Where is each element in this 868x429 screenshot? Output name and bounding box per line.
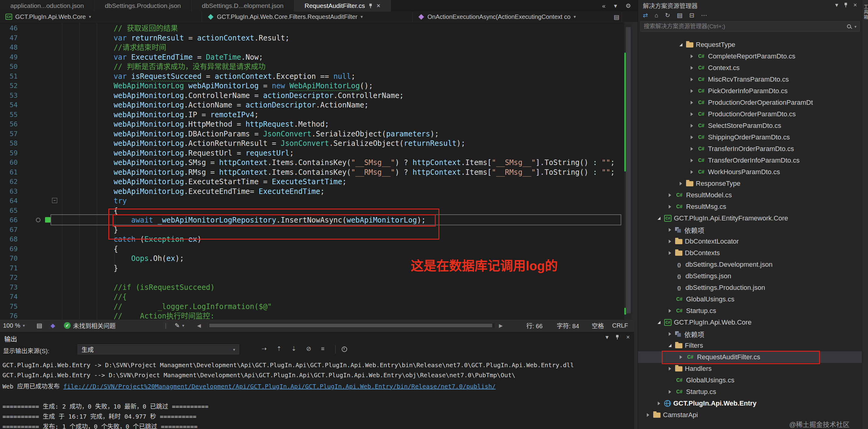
- expander-collapsed-icon[interactable]: [690, 100, 694, 105]
- document-tab[interactable]: dbSettings.Production.json: [95, 0, 192, 11]
- expander-collapsed-icon[interactable]: [668, 251, 673, 255]
- chevron-down-icon[interactable]: ▾: [606, 334, 609, 340]
- solution-search-input[interactable]: [641, 23, 847, 30]
- tree-item[interactable]: 依赖项: [638, 328, 862, 340]
- code-line[interactable]: 52WebApiMonitorLog webApiMonitorLog = ne…: [0, 81, 624, 91]
- code-line[interactable]: 75// _logger.LogInformation($@": [0, 302, 624, 312]
- expander-collapsed-icon[interactable]: [690, 158, 694, 163]
- code-line[interactable]: 57webApiMonitorLog.DBActionParams = Json…: [0, 129, 624, 139]
- fold-collapse-icon[interactable]: −: [52, 198, 57, 203]
- status-char-number[interactable]: 字符: 84: [557, 320, 579, 331]
- close-icon[interactable]: ×: [626, 334, 630, 340]
- expander-collapsed-icon[interactable]: [668, 193, 673, 198]
- status-spaces[interactable]: 空格: [592, 320, 604, 331]
- code-line[interactable]: 64try: [0, 196, 624, 206]
- tree-item[interactable]: C#GCT.PlugIn.Api.EntityFramework.Core: [638, 212, 862, 224]
- breadcrumb-type-dropdown[interactable]: GCT.PlugIn.Api.Web.Core.Filters.RequestA…: [202, 11, 412, 22]
- breadcrumb-member-dropdown[interactable]: OnActionExecutionAsync(ActionExecutingCo…: [412, 11, 622, 22]
- expander-expanded-icon[interactable]: [668, 343, 673, 348]
- more-options-icon[interactable]: ⋯: [701, 12, 707, 18]
- tree-item[interactable]: C#ProductionOrderOperationParamDt: [638, 97, 862, 108]
- code-line[interactable]: 61webApiMonitorLog.RMsg = httpContext.It…: [0, 168, 624, 177]
- history-clock-icon[interactable]: [341, 346, 347, 352]
- close-tab-icon[interactable]: ×: [376, 2, 380, 9]
- pin-icon[interactable]: [844, 2, 848, 8]
- expander-collapsed-icon[interactable]: [668, 366, 673, 371]
- document-tab[interactable]: RequestAuditFilter.cs×: [294, 0, 391, 11]
- code-line[interactable]: 58webApiMonitorLog.ActionReturnResult = …: [0, 139, 624, 148]
- tree-item[interactable]: C#TransferOrderInfoParamDto.cs: [638, 155, 862, 166]
- clear-all-icon[interactable]: ⊘: [306, 346, 311, 352]
- code-line[interactable]: 54webApiMonitorLog.ActionName = actionDe…: [0, 100, 624, 110]
- solution-search-box[interactable]: ▾: [641, 21, 860, 32]
- tree-item[interactable]: DbContexts: [638, 247, 862, 259]
- code-line[interactable]: 53webApiMonitorLog.ControllerName = acti…: [0, 91, 624, 101]
- problems-indicator[interactable]: ✓ 未找到相关问题: [64, 320, 116, 331]
- tree-item[interactable]: DbContextLocator: [638, 236, 862, 247]
- code-line[interactable]: 76// Action执行时间监控:: [0, 311, 624, 320]
- tree-item[interactable]: C#ResultModel.cs: [638, 190, 862, 201]
- tree-item[interactable]: C#ResultMsg.cs: [638, 201, 862, 212]
- tree-item[interactable]: {}dbSettings.Production.json: [638, 282, 862, 293]
- expander-collapsed-icon[interactable]: [668, 227, 673, 232]
- scroll-left-button[interactable]: ◀: [197, 320, 201, 331]
- code-editor[interactable]: 46// 获取返回的结果47var returnResult = actionC…: [0, 22, 624, 320]
- publish-link[interactable]: file:///D:/SVN/Project%20Managment/Devel…: [63, 383, 496, 390]
- tree-item[interactable]: 依赖项: [638, 224, 862, 236]
- toggle-word-wrap-icon[interactable]: ≡: [321, 346, 324, 352]
- code-line[interactable]: 47var returnResult = actionContext.Resul…: [0, 33, 624, 43]
- tree-item[interactable]: C#ShippingOrderParamDto.cs: [638, 132, 862, 143]
- breadcrumb-project-dropdown[interactable]: C# GCT.PlugIn.Api.Web.Core ▾: [0, 11, 202, 22]
- collapse-all-icon[interactable]: ⊟: [689, 12, 694, 18]
- code-line[interactable]: 73//if (isRequestSucceed): [0, 283, 624, 292]
- code-line[interactable]: 60webApiMonitorLog.SMsg = httpContext.It…: [0, 158, 624, 168]
- toolbox-side-tab[interactable]: 工具箱: [862, 0, 868, 429]
- expander-collapsed-icon[interactable]: [668, 309, 673, 313]
- expander-collapsed-icon[interactable]: [646, 412, 651, 418]
- expander-collapsed-icon[interactable]: [690, 89, 694, 93]
- pin-icon[interactable]: [615, 335, 619, 340]
- expander-collapsed-icon[interactable]: [690, 146, 694, 151]
- edit-mode-icon[interactable]: ✎ ▾: [175, 320, 184, 331]
- code-line[interactable]: 49var ExecuteEndTime = DateTime.Now;: [0, 52, 624, 62]
- tree-item[interactable]: ResponseType: [638, 178, 862, 190]
- ide-health-icon[interactable]: ◆: [51, 320, 55, 331]
- close-icon[interactable]: ×: [854, 2, 857, 8]
- code-line[interactable]: 69{: [0, 244, 624, 254]
- tree-item[interactable]: C#WorkHoursParamDto.cs: [638, 166, 862, 178]
- expander-collapsed-icon[interactable]: [690, 54, 694, 59]
- tree-item[interactable]: C#Startup.cs: [638, 305, 862, 317]
- output-source-dropdown[interactable]: 生成 ▾: [78, 344, 239, 354]
- tree-item[interactable]: C#SelectStoreParamDto.cs: [638, 120, 862, 132]
- tree-item[interactable]: C#MiscRcvTransParamDto.cs: [638, 74, 862, 85]
- code-line[interactable]: 51var isRequestSucceed = actionContext.E…: [0, 72, 624, 81]
- document-tab[interactable]: dbSettings.D...elopment.json: [192, 0, 294, 11]
- tree-item[interactable]: C#PickOrderInfoParamDto.cs: [638, 85, 862, 97]
- tree-item[interactable]: {}dbSettings.json: [638, 270, 862, 282]
- expander-collapsed-icon[interactable]: [690, 77, 694, 82]
- editor-vertical-scrollbar[interactable]: [624, 22, 632, 320]
- pin-icon[interactable]: [368, 3, 373, 8]
- dock-position-icon[interactable]: ▾: [835, 2, 838, 8]
- expander-collapsed-icon[interactable]: [668, 239, 673, 244]
- code-line[interactable]: 50// 判断是否请求成功，没有异常就是请求成功: [0, 62, 624, 72]
- expander-collapsed-icon[interactable]: [668, 390, 673, 394]
- editor-horizontal-scrollbar[interactable]: [209, 323, 495, 328]
- tree-item[interactable]: C#GlobalUsings.cs: [638, 374, 862, 386]
- scroll-documents-icon[interactable]: «: [602, 3, 606, 9]
- expander-collapsed-icon[interactable]: [690, 112, 694, 117]
- active-files-dropdown-icon[interactable]: ▾: [614, 3, 617, 9]
- document-outline-icon[interactable]: ▤: [614, 13, 619, 21]
- show-all-files-icon[interactable]: ▤: [677, 12, 683, 18]
- expander-expanded-icon[interactable]: [657, 216, 662, 221]
- line-66-green-indicator[interactable]: [45, 217, 51, 223]
- code-line[interactable]: 72: [0, 273, 624, 283]
- tree-item[interactable]: {}dbSettings.Development.json: [638, 259, 862, 270]
- code-line[interactable]: 62webApiMonitorLog.ExecuteStartTime = Ex…: [0, 177, 624, 187]
- expander-collapsed-icon[interactable]: [690, 65, 694, 70]
- sync-with-active-document-icon[interactable]: ⇄: [643, 12, 648, 18]
- code-line[interactable]: 55webApiMonitorLog.IP = remoteIPv4;: [0, 110, 624, 120]
- chevron-down-icon[interactable]: ▾: [854, 24, 857, 29]
- code-line[interactable]: 74//{: [0, 292, 624, 302]
- tree-item[interactable]: C#CompleteReportParamDto.cs: [638, 51, 862, 62]
